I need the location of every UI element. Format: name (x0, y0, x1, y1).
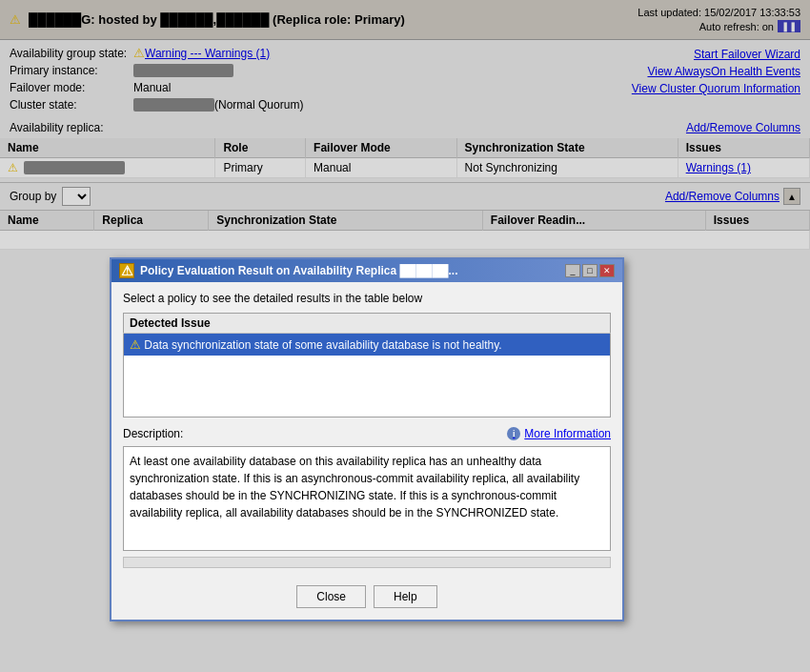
issue-text: Data synchronization state of some avail… (144, 338, 501, 352)
modal-body: Select a policy to see the detailed resu… (111, 282, 622, 578)
issues-row-cell: ⚠ Data synchronization state of some ava… (124, 334, 611, 356)
issues-header-row: Detected Issue (124, 314, 611, 334)
more-info-text: More Information (524, 427, 611, 440)
issues-table: Detected Issue ⚠ Data synchronization st… (123, 313, 611, 417)
modal-title: Policy Evaluation Result on Availability… (140, 264, 458, 277)
issues-col-header: Detected Issue (124, 314, 611, 334)
issues-empty-row-3 (124, 386, 611, 401)
modal-title-icon: ⚠ (119, 263, 134, 278)
modal-footer: Close Help (111, 578, 622, 620)
description-label: Description: (123, 427, 183, 440)
issues-empty-row-4 (124, 401, 611, 417)
close-x-button[interactable]: ✕ (599, 264, 615, 277)
modal-instruction: Select a policy to see the detailed resu… (123, 292, 611, 305)
issues-row-selected[interactable]: ⚠ Data synchronization state of some ava… (124, 334, 611, 356)
more-info-link[interactable]: i More Information (507, 427, 611, 440)
description-text: At least one availability database on th… (123, 446, 611, 551)
maximize-button[interactable]: □ (582, 264, 597, 277)
issues-empty-row-2 (124, 371, 611, 386)
modal-controls: _ □ ✕ (565, 264, 615, 277)
main-panel: ⚠ ██████G: hosted by ██████,██████ (Repl… (0, 0, 810, 672)
help-button[interactable]: Help (374, 585, 437, 608)
scrollbar[interactable] (123, 557, 611, 568)
issues-empty-row-1 (124, 356, 611, 371)
modal-titlebar-left: ⚠ Policy Evaluation Result on Availabili… (119, 263, 458, 278)
issue-warning-icon: ⚠ (130, 337, 141, 352)
info-circle-icon: i (507, 427, 520, 440)
minimize-button[interactable]: _ (565, 264, 580, 277)
modal-dialog: ⚠ Policy Evaluation Result on Availabili… (110, 257, 624, 621)
modal-titlebar: ⚠ Policy Evaluation Result on Availabili… (111, 259, 622, 282)
description-label-row: Description: i More Information (123, 427, 611, 440)
close-button[interactable]: Close (296, 585, 366, 608)
